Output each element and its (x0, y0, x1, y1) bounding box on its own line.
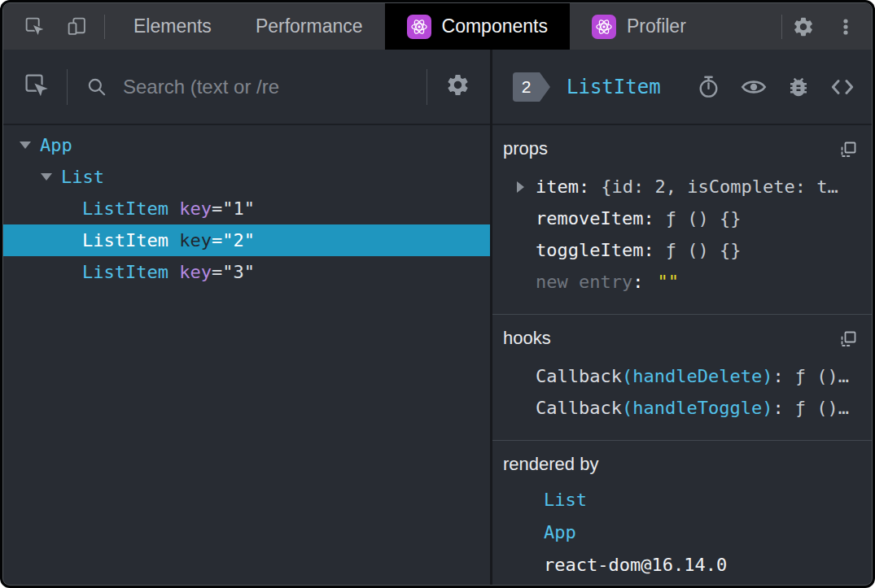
key-attribute-name: key (179, 198, 212, 219)
prop-key: toggleItem: (536, 240, 654, 260)
devtools-settings-button[interactable] (782, 3, 825, 50)
hooks-title: hooks (503, 327, 551, 350)
react-logo-icon (407, 15, 431, 39)
inspected-element-details: props it (492, 125, 872, 585)
renderer-version: react-dom@16.14.0 (544, 555, 727, 575)
tree-row-listitem-3[interactable]: ListItem key="3" (3, 256, 490, 288)
rendered-by-section: rendered by List App react-dom@16.14.0 (492, 441, 872, 586)
component-name: ListItem (82, 198, 168, 219)
hook-name: (handleDelete) (622, 366, 772, 386)
tabbar-divider (104, 15, 105, 39)
tab-elements[interactable]: Elements (112, 3, 234, 50)
log-to-console-bug-icon[interactable] (786, 75, 811, 99)
tab-components[interactable]: Components (385, 3, 570, 50)
hooks-section: hooks Callback(handleDe (492, 315, 872, 441)
gear-icon (445, 72, 470, 101)
prop-key: removeItem: (536, 208, 654, 229)
new-entry-value[interactable]: "" (657, 272, 679, 292)
devtools-menu-button[interactable] (825, 3, 867, 50)
toolbar-divider (67, 69, 68, 105)
prop-value: ƒ () {} (666, 240, 742, 260)
key-attribute-name: key (179, 230, 212, 250)
copy-props-button[interactable] (838, 139, 859, 163)
hook-colon: : (772, 398, 783, 418)
chevron-right-icon[interactable] (517, 181, 524, 193)
prop-row-toggleitem[interactable]: toggleItem: ƒ () {} (503, 234, 859, 266)
tab-label: Performance (256, 15, 363, 37)
tab-label: Elements (133, 15, 212, 37)
inspected-element-panel: 2 ListItem (492, 50, 872, 585)
rendered-by-row-list[interactable]: List (503, 483, 859, 516)
devtools-window-frame: Elements Performance Components (0, 0, 875, 588)
suspense-stopwatch-icon[interactable] (696, 74, 721, 99)
key-attribute-value: ="1" (212, 198, 255, 219)
selected-component-name: ListItem (567, 76, 661, 98)
tab-profiler[interactable]: Profiler (570, 3, 708, 50)
tree-row-listitem-2-selected[interactable]: ListItem key="2" (3, 224, 490, 256)
chevron-down-icon[interactable] (41, 173, 52, 181)
prop-key: item: (536, 176, 589, 197)
tree-settings-button[interactable] (445, 72, 470, 101)
device-toolbar-icon (66, 15, 88, 37)
header-actions (696, 73, 855, 101)
props-title: props (503, 137, 548, 160)
owners-stack-badge[interactable]: 2 (513, 72, 550, 102)
hook-colon: : (772, 366, 783, 386)
inspected-element-header: 2 ListItem (492, 50, 872, 125)
inspect-element-button[interactable] (13, 3, 55, 50)
view-source-code-icon[interactable] (829, 74, 855, 100)
copy-hooks-button[interactable] (838, 329, 859, 353)
key-attribute-value: ="2" (212, 230, 255, 250)
tree-row-listitem-1[interactable]: ListItem key="1" (3, 193, 490, 224)
chevron-down-icon[interactable] (20, 142, 31, 149)
hook-row-handletoggle[interactable]: Callback(handleToggle):ƒ () {} (503, 392, 859, 424)
components-panel: App List ListItem key="1" ListItem key="… (3, 50, 872, 585)
component-name: ListItem (82, 262, 168, 282)
badge-point (540, 72, 550, 102)
kebab-menu-icon (835, 16, 856, 37)
owners-count: 2 (513, 72, 540, 102)
prop-row-removeitem[interactable]: removeItem: ƒ () {} (503, 203, 859, 234)
tree-row-app[interactable]: App (3, 129, 490, 161)
rendered-by-row-app[interactable]: App (503, 516, 859, 548)
owner-link[interactable]: List (544, 490, 587, 510)
hook-value: ƒ () {} (795, 398, 859, 418)
select-element-button[interactable] (23, 72, 50, 102)
component-tree: App List ListItem key="1" ListItem key="… (3, 125, 490, 585)
hook-row-handledelete[interactable]: Callback(handleDelete):ƒ () {} (503, 360, 859, 392)
prop-value: ƒ () {} (666, 208, 742, 229)
key-attribute-name: key (179, 262, 212, 282)
owner-link[interactable]: App (544, 522, 576, 542)
copy-icon (838, 338, 859, 352)
copy-icon (838, 149, 859, 163)
component-name: List (61, 167, 104, 187)
search-icon (85, 76, 108, 98)
component-name: App (40, 135, 72, 155)
props-section: props it (492, 125, 872, 315)
tree-toolbar (3, 50, 490, 125)
new-entry-colon: : (632, 272, 643, 292)
new-entry-placeholder[interactable]: new entry (536, 272, 632, 292)
rendered-by-row-react-dom: react-dom@16.14.0 (503, 548, 859, 581)
devtools-tabbar: Elements Performance Components (3, 3, 872, 50)
new-prop-entry-row[interactable]: new entry:"" (503, 266, 859, 298)
inspect-dom-eye-icon[interactable] (740, 73, 768, 101)
prop-row-item[interactable]: item: {id: 2, isComplete: t… (503, 171, 859, 203)
prop-value: {id: 2, isComplete: t… (601, 176, 838, 197)
hook-type: Callback (536, 366, 622, 386)
inspect-cursor-icon (23, 72, 50, 102)
inspect-cursor-icon (24, 15, 46, 37)
search-input[interactable] (121, 75, 418, 99)
hook-name: (handleToggle) (622, 398, 772, 418)
gear-icon (792, 15, 815, 38)
component-name: ListItem (82, 230, 168, 250)
devtools-window: Elements Performance Components (2, 2, 873, 586)
tree-row-list[interactable]: List (3, 161, 490, 193)
component-tree-panel: App List ListItem key="1" ListItem key="… (3, 50, 492, 585)
toolbar-divider (427, 69, 427, 105)
toggle-device-toolbar-button[interactable] (55, 3, 98, 50)
hook-value: ƒ () {} (795, 366, 859, 386)
react-logo-icon (592, 15, 616, 39)
key-attribute-value: ="3" (212, 262, 255, 282)
tab-performance[interactable]: Performance (234, 3, 385, 50)
